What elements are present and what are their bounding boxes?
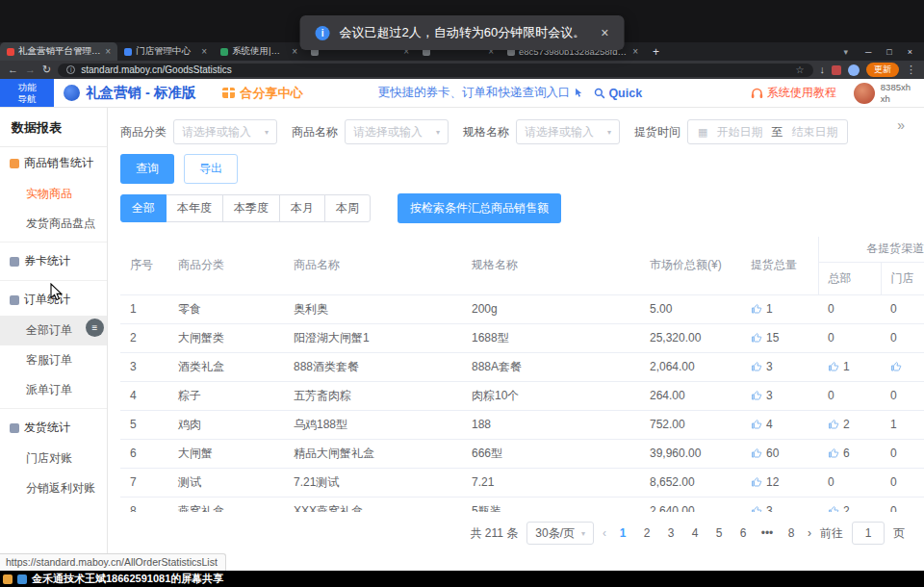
tab-favicon: [7, 48, 14, 56]
share-center-link[interactable]: 合分享中心: [222, 85, 302, 102]
browser-menu-icon[interactable]: ⋮: [906, 64, 916, 75]
section-title: 商品销售统计: [24, 155, 93, 171]
bookmark-star-icon[interactable]: ☆: [796, 64, 805, 75]
quick-tab-quarter[interactable]: 本季度: [222, 194, 280, 222]
goto-page-input[interactable]: [852, 522, 885, 545]
reload-icon[interactable]: ↻: [42, 64, 51, 75]
tutorial-label: 系统使用教程: [767, 85, 836, 101]
spec-select[interactable]: 请选择或输入 ▾: [516, 119, 620, 144]
sidebar-item-store-reconciliation[interactable]: 门店对账: [0, 444, 107, 473]
export-button[interactable]: 导出: [184, 154, 238, 184]
page-number-5[interactable]: 5: [711, 526, 727, 540]
cell-name: 888酒类套餐: [284, 352, 462, 381]
close-icon[interactable]: ×: [632, 46, 638, 57]
quick-tab-all[interactable]: 全部: [120, 194, 167, 222]
sidebar-section-order-stats[interactable]: 订单统计: [0, 284, 107, 316]
name-select[interactable]: 请选择或输入 ▾: [345, 119, 449, 144]
quick-tab-week[interactable]: 本周: [324, 194, 371, 222]
browser-profile-avatar[interactable]: [848, 64, 860, 76]
bar-chart-icon: [10, 159, 19, 168]
cell-pickup: 3: [741, 352, 818, 381]
sidebar-item-distribution-rebate[interactable]: 分销返利对账: [0, 473, 107, 503]
close-icon[interactable]: ×: [201, 46, 207, 57]
cell-name: 奥利奥: [284, 294, 462, 323]
close-icon[interactable]: ×: [105, 46, 111, 57]
table-row: 4 粽子 五芳斋肉粽 肉粽10个 264.00 3 0 0: [120, 381, 924, 410]
summary-button[interactable]: 按检索条件汇总商品销售额: [398, 193, 561, 223]
quick-tab-month[interactable]: 本月: [279, 194, 325, 222]
maximize-button[interactable]: □: [886, 47, 891, 57]
download-icon[interactable]: ↓: [820, 64, 826, 75]
new-tab-button[interactable]: +: [645, 42, 667, 61]
microphone-icon: [3, 574, 13, 584]
page-number-3[interactable]: 3: [663, 526, 679, 540]
menu-icon: ≡: [92, 322, 98, 333]
back-icon[interactable]: ←: [8, 64, 18, 75]
cell-no: 5: [120, 410, 168, 439]
cell-hq: 2: [818, 410, 881, 439]
sidebar-section-goods-sales-stats[interactable]: 商品销售统计: [0, 147, 107, 179]
chevron-down-icon[interactable]: ▾: [837, 42, 854, 61]
cell-category: 零食: [168, 294, 284, 323]
quick-search[interactable]: Quick: [594, 87, 642, 100]
cell-name: 精品大闸蟹礼盒: [284, 439, 462, 468]
nav-box-line1: 功能: [18, 82, 37, 93]
browser-tab-system-learning[interactable]: 系统使用|学习 ×: [214, 42, 304, 61]
sidebar-item-dispatch-orders[interactable]: 派单订单: [0, 375, 107, 405]
page-number-4[interactable]: 4: [687, 526, 703, 540]
tutorial-link[interactable]: 系统使用教程: [751, 85, 836, 101]
cell-amount: 2,064.00: [640, 352, 741, 381]
page-number-1[interactable]: 1: [615, 526, 630, 540]
sidebar-section-shipping-stats[interactable]: 发货统计: [0, 412, 107, 444]
search-button[interactable]: 查询: [120, 154, 174, 184]
collapse-panel-icon[interactable]: »: [897, 117, 905, 133]
tab-title: 门店管理中心: [136, 45, 197, 58]
page-size-value: 30条/页: [535, 525, 575, 542]
function-nav-toggle[interactable]: 功能 导航: [0, 79, 54, 107]
sidebar-section-card-stats[interactable]: 券卡统计: [0, 245, 107, 277]
quick-entry-tip[interactable]: 更快捷的券卡、订单和快递查询入口: [377, 85, 584, 101]
site-info-icon[interactable]: i: [66, 65, 75, 74]
page-number-2[interactable]: 2: [639, 526, 654, 540]
cell-no: 7: [120, 468, 168, 497]
window-close-button[interactable]: ×: [908, 47, 912, 57]
prev-page-icon[interactable]: ‹: [603, 526, 606, 540]
end-date-placeholder: 结束日期: [791, 124, 837, 140]
sidebar-handle-button[interactable]: ≡: [86, 319, 104, 337]
page-number-last[interactable]: 8: [783, 526, 799, 540]
pickup-icon: [751, 303, 762, 315]
minimize-button[interactable]: ─: [865, 47, 871, 57]
toast-message: 会议已超过2人，自动转为60分钟限时会议。: [340, 24, 586, 41]
page-ellipsis[interactable]: •••: [759, 526, 775, 540]
pointer-icon: [574, 88, 584, 98]
browser-tab-gift-admin[interactable]: 礼盒营销平台管理中心 ×: [0, 42, 117, 61]
cell-amount: 8,652.00: [640, 468, 741, 497]
close-icon[interactable]: ×: [292, 46, 297, 57]
page-number-6[interactable]: 6: [735, 526, 751, 540]
select-placeholder: 请选择或输入: [353, 124, 423, 140]
sidebar-item-shipping-goods-inventory[interactable]: 发货商品盘点: [0, 209, 107, 239]
col-pickup-total: 提货总量: [741, 237, 818, 294]
extensions-icon[interactable]: [832, 65, 841, 75]
close-icon[interactable]: ×: [601, 25, 608, 40]
cell-amount: 264.00: [640, 381, 741, 410]
user-menu[interactable]: 8385xh xh: [854, 82, 911, 105]
divider: [0, 242, 107, 242]
sidebar-item-service-orders[interactable]: 客服订单: [0, 345, 107, 375]
sidebar-item-physical-goods[interactable]: 实物商品: [0, 179, 107, 209]
card-icon: [10, 257, 19, 267]
select-placeholder: 请选择或输入: [525, 124, 594, 140]
pickup-date-range[interactable]: ▦ 开始日期 至 结束日期: [687, 119, 848, 144]
main-content: » 商品分类 请选择或输入 ▾ 商品名称 请选择或输入 ▾ 规格名称 请选择或输…: [108, 108, 924, 571]
browser-tab-store-admin[interactable]: 门店管理中心 ×: [117, 42, 214, 61]
category-select[interactable]: 请选择或输入 ▾: [173, 119, 277, 144]
url-bar[interactable]: i standard.maboy.cn/GoodsStatistics ☆: [58, 64, 812, 77]
forward-icon[interactable]: →: [25, 64, 36, 75]
user-names: 8385xh xh: [881, 82, 911, 105]
page-size-select[interactable]: 30条/页 ▾: [526, 522, 594, 545]
total-count: 共 211 条: [470, 525, 518, 542]
chevron-down-icon: ▾: [265, 128, 269, 137]
browser-update-button[interactable]: 更新: [866, 63, 899, 77]
next-page-icon[interactable]: ›: [808, 526, 811, 540]
quick-tab-year[interactable]: 本年度: [166, 194, 223, 222]
